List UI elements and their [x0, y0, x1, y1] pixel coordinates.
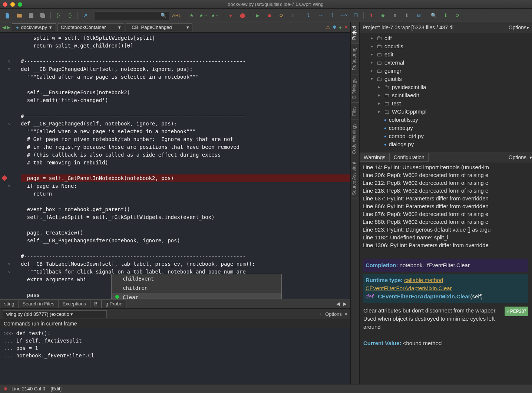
down-arrow-icon[interactable]: ⬇ — [441, 11, 450, 20]
titlebar: dockview.py (src/guiutils): ide-7.0s.wpr… — [0, 0, 532, 9]
pause-icon[interactable]: ⏸ — [289, 11, 298, 20]
open-folder-icon[interactable] — [15, 11, 24, 20]
curval-label: Current Value: — [363, 340, 402, 346]
warning-item[interactable]: Line 923: PyLint: Dangerous default valu… — [363, 226, 529, 233]
bulb-icon[interactable]: ● — [339, 24, 342, 30]
close-tab-icon[interactable]: ✕ — [344, 24, 348, 30]
warning-item[interactable]: Line 637: PyLint: Parameters differ from… — [363, 194, 529, 202]
bug-icon[interactable]: ✱ — [4, 386, 8, 392]
tree-item[interactable]: ►🗀 scintillaedit — [360, 91, 532, 99]
project-options[interactable]: Options — [509, 24, 526, 30]
bottom-tab[interactable]: Exceptions — [58, 299, 90, 308]
tree-item[interactable]: ● combo.py — [360, 124, 532, 132]
refresh-icon[interactable]: ⟳ — [453, 11, 462, 20]
autocomplete-popup[interactable]: childEventchildrenClearconnectNotifycust… — [111, 274, 282, 299]
side-tab-code-warnings[interactable]: Code Warnings — [351, 120, 359, 158]
restart-icon[interactable]: ⟳ — [277, 11, 286, 20]
diamond-icon[interactable]: ◆ — [379, 11, 387, 20]
warning-item[interactable]: Line 1182: Undefined name: split_i — [363, 233, 529, 241]
tree-item[interactable]: ►🗀 docutils — [360, 42, 532, 50]
bottom-tab[interactable]: Search in Files — [18, 299, 58, 308]
tree-item[interactable]: ● dialogs.py — [360, 140, 532, 148]
warning-item[interactable]: Line 218: Pep8: W602 deprecated form of … — [363, 187, 529, 194]
bookmark-star-icon[interactable]: ★ — [187, 11, 196, 20]
class-dropdown[interactable]: CNotebookContainer▾ — [57, 23, 124, 31]
tree-item[interactable]: ►🗀 pysidescintilla — [360, 83, 532, 91]
warn-icon[interactable]: ⚠ — [326, 24, 330, 30]
nav-fwd-icon[interactable]: ▶ — [7, 24, 10, 30]
step-over-icon[interactable]: ⤻ — [316, 11, 325, 20]
warning-item[interactable]: Line 866: PyLint: Parameters differ from… — [363, 202, 529, 210]
completion-label: Completion: — [366, 262, 398, 268]
save-icon[interactable] — [27, 11, 36, 20]
bug-blue-icon[interactable]: ✱ — [333, 24, 337, 30]
process-dropdown[interactable]: wing.py (pid 85777) (exceptio ▾ — [3, 310, 107, 318]
side-tab-diff-merge[interactable]: Diff/Merge — [351, 75, 359, 103]
stop-icon[interactable]: ■ — [265, 11, 274, 20]
warning-item[interactable]: Line 880: Pep8: W602 deprecated form of … — [363, 218, 529, 226]
options-link[interactable]: Options — [325, 311, 342, 317]
nav-back-icon[interactable]: ◀ — [2, 24, 6, 30]
side-tab-refactoring[interactable]: Refactoring — [351, 44, 359, 74]
file-tab[interactable]: ● dockview.py ▾ — [12, 23, 56, 31]
search-icon-2[interactable]: 🔍 — [429, 11, 438, 20]
stack-up-icon[interactable]: ⬆ — [390, 11, 399, 20]
record-icon[interactable]: ⬤ — [238, 11, 247, 20]
breakpoint-icon[interactable]: ● — [226, 11, 235, 20]
side-tab-project[interactable]: Project — [351, 22, 359, 44]
tree-item[interactable]: ►🗀 WGuiCppImpl — [360, 108, 532, 116]
warning-item[interactable]: Line 14: PyLint: Unused import itertools… — [363, 163, 529, 171]
replace-icon[interactable]: AB↕ — [172, 11, 181, 20]
statusbar: ✱ Line 2140 Col 0 – [Edit] — [0, 384, 532, 393]
tree-item[interactable]: ● combo_qt4.py — [360, 132, 532, 140]
bookmark-prev-icon[interactable]: ★← — [211, 11, 220, 20]
autocomplete-item[interactable]: Clear — [112, 293, 281, 299]
step-cond-icon[interactable]: ⤻? — [340, 11, 348, 20]
stack-down-icon[interactable]: ⬇ — [402, 11, 411, 20]
step-out-icon[interactable]: ⤴ — [328, 11, 337, 20]
bottom-tab[interactable]: B — [90, 299, 102, 308]
tree-item[interactable]: ● colorutils.py — [360, 116, 532, 124]
code-editor[interactable]: ▽▽▽▽▽▽ split_w = self._fGtkSplitWidgets[… — [0, 33, 350, 299]
tree-item[interactable]: ►🗀 edit — [360, 50, 532, 59]
move-up-icon[interactable]: ⬆ — [367, 11, 376, 20]
func-dropdown[interactable]: _CB_PageChanged▾ — [126, 23, 192, 31]
minimize-window-button[interactable] — [10, 2, 15, 7]
tree-item[interactable]: ►🗀 guimgr — [360, 67, 532, 75]
outdent-icon[interactable]: ⟨⟩ — [66, 11, 75, 20]
warning-item[interactable]: Line 206: Pep8: W602 deprecated form of … — [363, 171, 529, 179]
warning-item[interactable]: Line 1306: PyLint: Parameters differ fro… — [363, 241, 529, 249]
bottom-tab[interactable]: g Probe — [102, 299, 127, 308]
monitor-icon[interactable]: 🖥 — [414, 11, 423, 20]
asst-doc: ✓PEP287 Clear attributes but don't disco… — [363, 307, 528, 331]
warn-tab[interactable]: Warnings — [360, 153, 390, 162]
indent-icon[interactable]: ⟨⟩ — [54, 11, 63, 20]
tree-item[interactable]: ►🗀 external — [360, 59, 532, 67]
autocomplete-item[interactable]: children — [112, 284, 281, 293]
bottom-tab[interactable]: sting — [0, 299, 18, 308]
side-tab-files[interactable]: Files — [351, 103, 359, 120]
warn-tab[interactable]: Configuration — [390, 153, 429, 162]
editor-tabbar: ◀ ▶ ● dockview.py ▾ CNotebookContainer▾ … — [0, 22, 350, 33]
autocomplete-item[interactable]: childEvent — [112, 274, 281, 284]
search-box[interactable]: 🔍 — [95, 11, 169, 20]
maximize-window-button[interactable] — [18, 2, 22, 7]
tree-item[interactable]: ►🗀 test — [360, 99, 532, 108]
new-file-icon[interactable] — [3, 11, 12, 20]
chevron-down-icon[interactable]: ▾ — [49, 24, 52, 30]
goto-icon[interactable]: ↗ — [81, 11, 90, 20]
run-to-icon[interactable]: ☐ — [351, 11, 360, 20]
close-window-button[interactable] — [3, 2, 7, 7]
step-into-icon[interactable]: ⤵ — [304, 11, 313, 20]
side-tab-source-assistant[interactable]: Source Assistant — [351, 158, 359, 199]
warnings-options[interactable]: Options — [509, 154, 529, 160]
debug-shell[interactable]: >>> def test():... if self._fActiveSplit… — [0, 328, 350, 384]
save-all-icon[interactable] — [39, 11, 47, 20]
add-icon[interactable]: + — [320, 311, 323, 317]
tree-item[interactable]: ▼🗀 guiutils — [360, 75, 532, 83]
run-icon[interactable]: ▶ — [253, 11, 262, 20]
tree-item[interactable]: ►🗀 diff — [360, 34, 532, 42]
warning-item[interactable]: Line 876: Pep8: W602 deprecated form of … — [363, 210, 529, 218]
warning-item[interactable]: Line 212: Pep8: W602 deprecated form of … — [363, 179, 529, 187]
bookmark-next-icon[interactable]: ★→ — [199, 11, 208, 20]
